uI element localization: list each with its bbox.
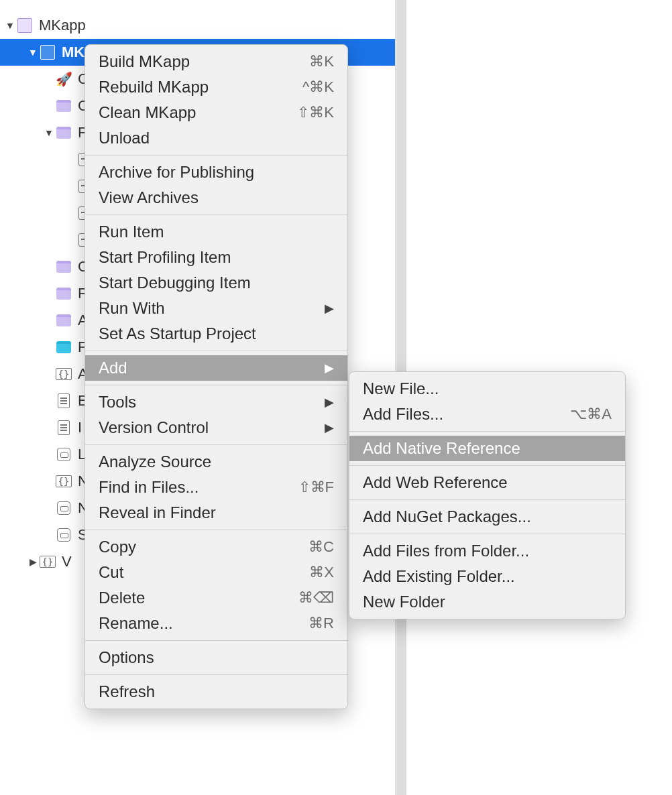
menu-set-startup[interactable]: Set As Startup Project xyxy=(85,321,347,347)
menu-label: Options xyxy=(99,648,154,667)
menu-unload[interactable]: Unload xyxy=(85,125,347,151)
menu-label: Rebuild MKapp xyxy=(99,78,209,97)
submenu-add-existing-folder[interactable]: Add Existing Folder... xyxy=(349,564,625,589)
disclosure-right-icon[interactable]: ▶ xyxy=(27,556,39,567)
menu-shortcut: ⌘K xyxy=(309,53,334,70)
solution-label: MKapp xyxy=(39,17,86,34)
code-file-icon: {} xyxy=(40,556,56,568)
menu-label: Add Files from Folder... xyxy=(363,542,529,560)
menu-add[interactable]: Add▶ xyxy=(85,355,347,381)
disclosure-down-icon[interactable]: ▼ xyxy=(27,47,39,58)
menu-reveal-finder[interactable]: Reveal in Finder xyxy=(85,500,347,526)
menu-label: Add NuGet Packages... xyxy=(363,507,531,526)
menu-delete[interactable]: Delete⌘⌫ xyxy=(85,585,347,611)
chevron-right-icon: ▶ xyxy=(325,395,334,410)
menu-separator xyxy=(85,530,347,530)
menu-shortcut: ^⌘K xyxy=(302,78,334,96)
storyboard-icon xyxy=(57,448,70,461)
menu-separator xyxy=(85,444,347,445)
menu-label: New Folder xyxy=(363,593,445,611)
folder-purple-icon xyxy=(56,127,71,139)
menu-label: Start Profiling Item xyxy=(99,248,231,267)
menu-rebuild[interactable]: Rebuild MKapp^⌘K xyxy=(85,74,347,100)
tree-item-label: I xyxy=(78,419,82,436)
menu-label: Archive for Publishing xyxy=(99,163,254,182)
menu-label: Start Debugging Item xyxy=(99,273,251,292)
menu-label: View Archives xyxy=(99,188,199,207)
code-file-icon: {} xyxy=(56,475,72,487)
menu-view-archives[interactable]: View Archives xyxy=(85,185,347,210)
menu-copy[interactable]: Copy⌘C xyxy=(85,534,347,560)
menu-version-control[interactable]: Version Control▶ xyxy=(85,415,347,440)
menu-label: Add Files... xyxy=(363,405,443,424)
tree-item-label: V xyxy=(62,553,72,570)
chevron-right-icon: ▶ xyxy=(325,420,334,435)
menu-shortcut: ⌘R xyxy=(309,615,334,632)
menu-label: Cut xyxy=(99,563,123,582)
menu-label: Unload xyxy=(99,129,150,147)
menu-start-profiling[interactable]: Start Profiling Item xyxy=(85,245,347,270)
menu-label: Reveal in Finder xyxy=(99,503,216,522)
menu-analyze[interactable]: Analyze Source xyxy=(85,449,347,475)
menu-run-item[interactable]: Run Item xyxy=(85,219,347,245)
menu-archive-publishing[interactable]: Archive for Publishing xyxy=(85,160,347,185)
menu-find-in-files[interactable]: Find in Files...⇧⌘F xyxy=(85,475,347,500)
disclosure-down-icon[interactable]: ▼ xyxy=(4,20,16,31)
menu-separator xyxy=(85,215,347,215)
menu-label: New File... xyxy=(363,379,439,398)
menu-label: Add Native Reference xyxy=(363,439,520,458)
storyboard-icon xyxy=(57,528,70,542)
menu-build[interactable]: Build MKapp⌘K xyxy=(85,49,347,74)
submenu-add: New File... Add Files...⌥⌘A Add Native R… xyxy=(349,371,626,619)
submenu-add-files[interactable]: Add Files...⌥⌘A xyxy=(349,402,625,427)
submenu-new-file[interactable]: New File... xyxy=(349,376,625,402)
menu-cut[interactable]: Cut⌘X xyxy=(85,560,347,585)
folder-purple-icon xyxy=(56,100,71,112)
folder-cyan-icon xyxy=(56,341,71,353)
menu-label: Set As Startup Project xyxy=(99,324,256,343)
menu-clean[interactable]: Clean MKapp⇧⌘K xyxy=(85,100,347,125)
chevron-right-icon: ▶ xyxy=(325,301,334,316)
chevron-right-icon: ▶ xyxy=(325,361,334,375)
menu-label: Rename... xyxy=(99,614,173,633)
menu-label: Delete xyxy=(99,589,145,607)
folder-purple-icon xyxy=(56,261,71,273)
menu-label: Add Web Reference xyxy=(363,473,508,492)
menu-label: Version Control xyxy=(99,418,209,437)
submenu-add-nuget[interactable]: Add NuGet Packages... xyxy=(349,504,625,530)
menu-label: Add Existing Folder... xyxy=(363,567,515,586)
storyboard-icon xyxy=(57,501,70,515)
menu-shortcut: ⌘⌫ xyxy=(298,589,334,607)
project-label: MK xyxy=(62,44,85,61)
file-icon xyxy=(58,393,70,408)
submenu-add-web-reference[interactable]: Add Web Reference xyxy=(349,470,625,495)
code-file-icon: {} xyxy=(56,368,72,380)
menu-separator xyxy=(85,674,347,675)
menu-tools[interactable]: Tools▶ xyxy=(85,389,347,415)
submenu-add-native-reference[interactable]: Add Native Reference xyxy=(349,436,625,461)
menu-label: Analyze Source xyxy=(99,452,211,471)
solution-icon xyxy=(17,18,32,33)
disclosure-down-icon[interactable]: ▼ xyxy=(43,127,55,138)
menu-shortcut: ⌘X xyxy=(309,564,334,581)
folder-purple-icon xyxy=(56,314,71,326)
menu-shortcut: ⌘C xyxy=(309,538,334,556)
menu-label: Build MKapp xyxy=(99,52,190,71)
menu-run-with[interactable]: Run With▶ xyxy=(85,296,347,321)
menu-start-debugging[interactable]: Start Debugging Item xyxy=(85,270,347,296)
menu-refresh[interactable]: Refresh xyxy=(85,679,347,705)
rocket-icon: 🚀 xyxy=(55,70,72,88)
submenu-new-folder[interactable]: New Folder xyxy=(349,589,625,615)
submenu-add-files-from-folder[interactable]: Add Files from Folder... xyxy=(349,538,625,564)
context-menu: Build MKapp⌘K Rebuild MKapp^⌘K Clean MKa… xyxy=(85,44,348,709)
menu-rename[interactable]: Rename...⌘R xyxy=(85,611,347,636)
menu-shortcut: ⇧⌘K xyxy=(297,104,334,121)
menu-separator xyxy=(349,465,625,466)
menu-separator xyxy=(85,155,347,156)
menu-separator xyxy=(85,385,347,385)
menu-separator xyxy=(85,351,347,351)
tree-solution-row[interactable]: ▼ MKapp xyxy=(0,12,395,39)
menu-options[interactable]: Options xyxy=(85,645,347,670)
menu-separator xyxy=(349,499,625,500)
menu-separator xyxy=(349,431,625,432)
